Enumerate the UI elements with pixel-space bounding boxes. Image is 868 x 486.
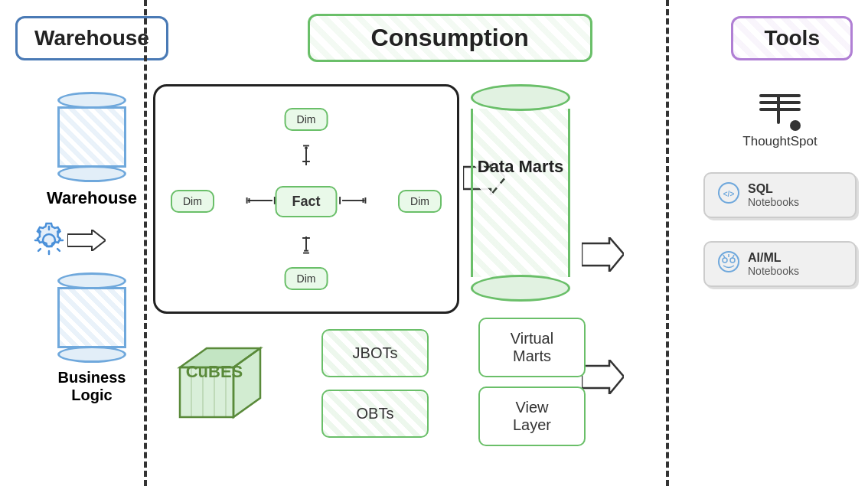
svg-point-36 — [723, 258, 727, 263]
cylinder-bottom-biz — [57, 346, 126, 363]
warehouse-cylinder: Warehouse — [42, 92, 142, 208]
sql-notebook-card: </> SQL Notebooks — [703, 172, 857, 218]
dim-left: Dim — [171, 190, 214, 213]
tools-column: ThoughtSpot </> SQL Notebooks — [703, 92, 857, 298]
left-column: Warehouse Bus — [15, 84, 142, 404]
svg-point-37 — [730, 258, 735, 263]
big-cyl-top — [471, 84, 570, 111]
cube-icon — [165, 333, 264, 432]
cylinder-top-warehouse — [57, 92, 126, 109]
virtual-marts-box: VirtualMarts — [478, 318, 586, 377]
warehouse-label: Warehouse — [47, 188, 137, 208]
sql-icon: </> — [717, 181, 740, 209]
data-marts-label: Data Marts — [471, 157, 570, 177]
svg-marker-20 — [582, 360, 624, 394]
dim-bottom: Dim — [285, 267, 328, 290]
cubes-label: CuBES — [165, 362, 264, 382]
big-cyl-bottom — [471, 275, 570, 302]
banner-tools: Tools — [731, 16, 853, 60]
business-logic-label: BusinessLogic — [58, 369, 126, 404]
thoughtspot-item: ThoughtSpot — [703, 92, 857, 149]
gear-arrow — [31, 222, 142, 259]
gear-icon — [31, 222, 67, 259]
virtual-column: VirtualMarts ViewLayer — [478, 318, 586, 446]
cylinder-body-warehouse — [57, 106, 126, 168]
big-arrow-3 — [582, 360, 624, 394]
arrow-right-icon — [67, 230, 106, 251]
aiml-notebook-card: AI/ML Notebooks — [703, 241, 857, 287]
dim-top: Dim — [285, 108, 328, 131]
svg-line-39 — [733, 255, 734, 258]
sql-title: SQL — [748, 182, 799, 196]
main-container: Warehouse Consumption Tools Warehouse — [0, 0, 868, 486]
cylinder-top-biz — [57, 272, 126, 289]
cylinder-bottom-warehouse — [57, 165, 126, 182]
business-logic-cylinder: BusinessLogic — [42, 272, 142, 404]
svg-marker-1 — [67, 230, 106, 251]
svg-marker-19 — [582, 237, 624, 272]
aiml-icon — [717, 250, 740, 278]
svg-point-32 — [790, 120, 801, 131]
aiml-notebook-text: AI/ML Notebooks — [748, 251, 799, 277]
view-layer-box: ViewLayer — [478, 387, 586, 446]
aiml-sub: Notebooks — [748, 265, 799, 277]
svg-text:</>: </> — [723, 190, 735, 198]
content-area: Warehouse Bus — [0, 84, 868, 486]
sql-sub: Notebooks — [748, 196, 799, 208]
big-arrow-2 — [582, 237, 624, 272]
jbots-box: JBOTs — [321, 329, 429, 377]
fact-center: Fact — [275, 186, 337, 217]
dim-right: Dim — [398, 190, 442, 213]
jbot-obt-column: JBOTs OBTs — [321, 329, 429, 438]
star-schema-box: Dim Dim Fact Dim Dim — [153, 84, 459, 314]
svg-line-38 — [723, 255, 725, 258]
cubes-area: CuBES — [165, 333, 264, 435]
banner-row: Warehouse Consumption Tools — [0, 14, 868, 62]
big-cyl-body — [471, 109, 570, 277]
thoughtspot-icon — [757, 92, 803, 134]
data-marts-cylinder: Data Marts — [471, 84, 570, 302]
thoughtspot-label: ThoughtSpot — [742, 134, 817, 149]
sql-notebook-text: SQL Notebooks — [748, 182, 799, 208]
banner-consumption: Consumption — [308, 14, 592, 62]
aiml-title: AI/ML — [748, 251, 799, 265]
cylinder-body-biz — [57, 287, 126, 348]
obts-box: OBTs — [321, 390, 429, 438]
